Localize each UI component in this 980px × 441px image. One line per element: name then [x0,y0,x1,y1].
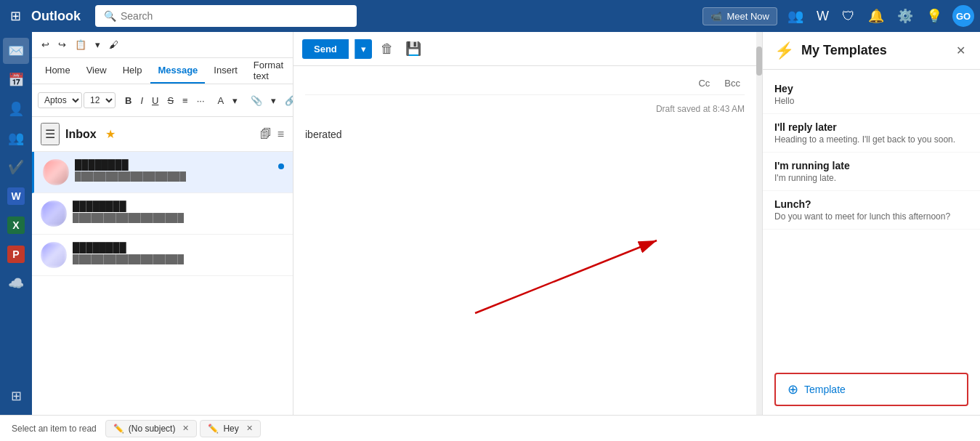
compose-fields: Cc Bcc [293,66,756,101]
sidebar-item-calendar[interactable]: 📅 [3,67,29,93]
redo-button[interactable]: ↪ [54,37,70,52]
tab-view[interactable]: View [79,58,114,84]
font-size-selector[interactable]: 12 [84,92,116,108]
email-content-1: ████████ ██████████████████ [75,159,272,182]
bold-button[interactable]: B [121,93,135,108]
email-sender-2: ████████ [73,201,284,211]
settings-icon[interactable]: ⚙️ [894,5,916,27]
avatar[interactable]: GO [952,5,974,27]
compose-scrollbar[interactable] [756,32,762,415]
template-preview-0: Hello [774,96,968,106]
bottom-tab-2[interactable]: ✏️ Hey ✕ [200,420,260,437]
inbox-star-icon[interactable]: ★ [105,127,116,141]
sidebar-item-powerpoint[interactable]: P [3,241,29,267]
tab2-close-button[interactable]: ✕ [246,424,253,433]
template-item-2[interactable]: I'm running late I'm running late. [763,153,980,191]
bcc-label[interactable]: Bcc [720,76,745,90]
paste-button[interactable]: 📋 [71,37,90,52]
more-format-button[interactable]: ··· [193,93,208,108]
paste-dropdown-button[interactable]: ▾ [92,37,104,52]
italic-button[interactable]: I [137,93,147,108]
font-color-button[interactable]: A [214,93,228,108]
email-item-3[interactable]: ████████ ██████████████████ [32,235,293,276]
ribbon-toolbar: Aptos 12 B I U S ≡ ··· A ▾ 📎 [32,84,293,116]
sidebar-item-word[interactable]: W [3,183,29,209]
tab1-close-button[interactable]: ✕ [182,424,189,433]
sidebar-item-onedrive[interactable]: ☁️ [3,270,29,296]
search-bar-container: 🔍 [95,5,357,27]
sidebar-item-contacts[interactable]: 👤 [3,96,29,122]
link-button[interactable]: 🔗 [281,93,293,108]
cc-label[interactable]: Cc [694,76,714,90]
email-item-1[interactable]: ████████ ██████████████████ [32,152,293,193]
templates-title: My Templates [801,43,946,58]
delete-button[interactable]: 🗑 [378,39,397,60]
compose-outer: Send ▾ 🗑 💾 Cc Bcc Draft sa [293,32,762,415]
tab-help[interactable]: Help [116,58,150,84]
tab2-pencil-icon: ✏️ [208,424,219,434]
add-template-button[interactable]: ⊕ Template [774,373,968,406]
attach-dropdown[interactable]: ▾ [267,93,280,108]
send-button[interactable]: Send [302,39,349,59]
tab-format-text[interactable]: Format text [246,58,291,84]
format-copy-button[interactable]: 🖌 [105,37,122,52]
email-avatar-1 [43,159,69,185]
ribbon-tabs: ↩ ↪ 📋 ▾ 🖌 [32,32,293,58]
attach-button[interactable]: 📎 [247,93,266,108]
compose-toolbar: Send ▾ 🗑 💾 [293,32,756,66]
line-spacing-button[interactable]: ≡ [179,93,192,108]
template-item-3[interactable]: Lunch? Do you want to meet for lunch thi… [763,191,980,230]
app-grid-icon[interactable]: ⊞ [6,5,25,27]
tab-insert[interactable]: Insert [206,58,245,84]
compose-scrollbar-thumb[interactable] [756,46,762,76]
email-preview-2: ██████████████████ [73,213,284,223]
field-cc-bcc: Cc Bcc [694,76,745,90]
template-name-3: Lunch? [774,198,968,210]
close-templates-button[interactable]: ✕ [953,41,968,60]
status-text: Select an item to read [6,424,102,434]
bottom-bar: Select an item to read ✏️ (No subject) ✕… [0,415,980,441]
word-icon[interactable]: W [814,6,832,27]
undo-button[interactable]: ↩ [38,37,53,52]
filter-button[interactable]: ≡ [278,128,284,141]
strikethrough-button[interactable]: S [163,93,177,108]
sidebar-item-tasks[interactable]: ✔️ [3,154,29,180]
new-email-button[interactable]: 🗐 [260,128,272,141]
hamburger-menu-button[interactable]: ☰ [41,123,60,145]
compose-body[interactable]: iberated [293,117,756,415]
shield-icon[interactable]: 🛡 [839,6,858,27]
tab-home[interactable]: Home [38,58,78,84]
templates-header: ⚡ My Templates ✕ [763,32,980,70]
email-unread-dot-1 [278,163,284,169]
people-icon[interactable]: 👥 [785,5,806,27]
bell-icon[interactable]: 🔔 [865,5,887,27]
templates-icon: ⚡ [774,41,794,60]
powerpoint-app-icon: P [7,246,25,263]
font-selector[interactable]: Aptos [38,92,82,108]
tab-message[interactable]: Message [150,58,205,84]
underline-button[interactable]: U [148,93,162,108]
font-color-dropdown[interactable]: ▾ [229,93,241,108]
bottom-tab-1[interactable]: ✏️ (No subject) ✕ [105,420,198,437]
inbox-actions: 🗐 ≡ [260,128,284,141]
email-avatar-2 [41,201,67,227]
sidebar-item-excel[interactable]: X [3,212,29,238]
sidebar-item-apps[interactable]: ⊞ [3,383,29,409]
save-button[interactable]: 💾 [402,38,424,60]
body-text: iberated [305,129,342,140]
send-dropdown-button[interactable]: ▾ [355,39,372,59]
meet-now-button[interactable]: 📹 Meet Now [702,7,777,25]
tab1-pencil-icon: ✏️ [113,424,124,434]
search-input[interactable] [121,10,348,22]
sidebar-item-groups[interactable]: 👥 [3,125,29,151]
lightbulb-icon[interactable]: 💡 [923,5,945,27]
draft-saved-text: Draft saved at 8:43 AM [656,104,745,114]
add-template-plus-icon: ⊕ [787,381,798,397]
template-item-0[interactable]: Hey Hello [763,76,980,114]
template-item-1[interactable]: I'll reply later Heading to a meeting. I… [763,114,980,153]
inbox-header: ☰ Inbox ★ 🗐 ≡ [32,117,293,152]
email-item-2[interactable]: ████████ ██████████████████ [32,193,293,235]
add-template-label: Template [804,384,846,395]
sidebar-item-mail[interactable]: ✉️ [3,38,29,64]
compose-area: Send ▾ 🗑 💾 Cc Bcc Draft sa [293,32,756,415]
